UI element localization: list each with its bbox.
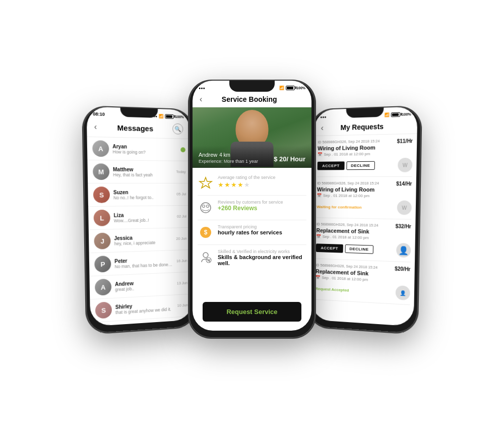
request-id: ID 568986GH326, Sep 24 2018 15:24 [317,222,379,227]
request-date: 📅 Sep . 01 2018 at 12:00 pm [316,234,411,241]
message-content: Liza Wow....Great job..! [114,212,174,223]
list-item[interactable]: S Shirley that is great anyhow we did it… [90,294,193,323]
center-phone: ●●● 📶 100% ‹ Service Booking [189,81,315,338]
skills-label: Skilled & Verified in electricity works [218,249,306,254]
list-item[interactable]: J Jessica hey, nice, i appreciate 20 Jun [89,228,192,254]
list-item[interactable]: S Suzen No no..! he forgot to.. 05 Jul [88,183,191,207]
price-icon: $ [198,224,214,240]
message-meta: Today [176,169,185,175]
request-price: $32/Hr [395,223,411,229]
left-phone: 08:10 ●●● 📶 100% ‹ Messages [83,106,197,334]
message-date: 10 Jun [177,302,188,307]
status-icons-right: 📶 100% [385,111,411,117]
message-meta: 05 Jul [176,192,186,197]
action-row: ACCEPT DECLINE W [318,158,413,172]
message-date: Today [176,169,185,174]
user-avatar-placeholder: 👤 [396,285,410,300]
message-content: Jessica hey, nice, i appreciate [114,234,172,246]
messages-header: ‹ Messages 🔍 [87,119,190,139]
request-id: ID 568986GH326, Sep 24 2018 15:24 [317,181,379,185]
notch-right [346,108,384,118]
status-row: Waiting for confirmation W [317,200,412,215]
notch-left [120,108,158,118]
status-icons-center: 📶 100% [279,86,305,90]
avatar: M [93,163,109,180]
message-preview: Wow....Great job..! [114,217,174,223]
messages-list: A Aryan How is going on? M Matthew Hey, … [87,137,193,327]
message-date: 20 Jun [176,236,187,240]
request-price: $11/Hr [397,138,413,144]
table-row: ID 568986GH326, Sep 24 2018 15:24 Wiring… [317,177,412,220]
decline-button[interactable]: DECLINE [346,161,374,169]
search-icon[interactable]: 🔍 [172,123,183,135]
accept-button[interactable]: ACCEPT [318,161,345,170]
message-content: Aryan How is going on? [112,143,177,155]
list-item[interactable]: M Matthew Hey, that is fact yeah Today [87,160,191,183]
booking-sections: Average rating of the service ★ ★ ★ ★ ★ [193,168,311,296]
avatar: L [94,210,110,226]
message-preview: Hey, that is fact yeah [113,172,173,177]
message-content: Shirley that is great anyhow we did it. [115,301,174,315]
pricing-value: hourly rates for services [218,229,282,235]
battery-right [391,112,401,117]
avatar: S [95,301,112,319]
sender-name: Suzen [113,189,173,195]
list-item[interactable]: A Aryan How is going on? [87,137,191,161]
request-service-button[interactable]: Request Service [203,302,301,322]
skills-value: Skills & background are verified well. [218,254,306,266]
request-header-row: ID 568986GH326, Sep 24 2018 15:24 Wiring… [318,138,413,151]
message-meta [180,146,185,153]
message-content: Suzen No no..! he forgot to.. [113,189,173,200]
battery-center [286,86,295,90]
requests-title: My Requests [324,122,402,132]
table-row: ID 568986GH326, Sep 24 2018 15:24 Replac… [315,259,410,305]
request-header-row: ID 568986GH326, Sep 24 2018 15:24 Wiring… [317,181,412,193]
request-id-name: ID 568986GH326, Sep 24 2018 15:24 Replac… [316,263,377,277]
svg-point-1 [201,203,211,213]
avatar: A [95,279,111,296]
message-content: Matthew Hey, that is fact yeah [113,166,173,177]
message-meta: 20 Jun [176,236,187,241]
notch-center [229,81,275,92]
user-avatar-placeholder: 👤 [396,243,411,258]
accepted-row: Request Accepted 👤 [315,282,410,301]
request-price: $14/Hr [396,181,412,187]
reviews-section: Reviews by cutomers for service +260 Rev… [198,196,306,220]
table-row: ID 568986GH326, Sep 24 2018 15:24 Wiring… [317,134,413,177]
provider-name: Andrew 4 km [199,150,230,158]
skills-section: Skilled & Verified in electricity works … [198,245,306,270]
accepted-status: Request Accepted [316,286,349,292]
requests-header: ‹ My Requests [314,119,417,136]
time-left: 08:10 [93,111,105,117]
request-id-name: ID 568986GH326, Sep 24 2018 15:24 Wiring… [317,181,379,193]
list-item[interactable]: L Liza Wow....Great job..! 02 Jul [88,206,192,230]
battery-pct-right: 100% [402,112,411,116]
unread-dot [180,147,185,152]
star-icon [198,175,214,191]
provider-hero-image: Andrew 4 km Experience: More than 1 year… [193,107,311,168]
verified-icon [198,249,214,265]
svg-point-3 [207,205,209,208]
decline-button[interactable]: DECLINE [345,244,373,254]
message-meta: 13 Jun [177,280,188,286]
user-avatar: W [397,201,412,215]
booking-title: Service Booking [202,95,296,103]
request-date: 📅 Sep . 01 2018 at 12:00 pm [317,193,412,198]
rating-label: Average rating of the service [218,175,275,180]
message-date: 13 Jun [177,280,188,285]
svg-point-2 [203,205,205,208]
rating-section: Average rating of the service ★ ★ ★ ★ ★ [198,171,306,196]
svg-text:$: $ [204,229,208,236]
battery-pct-left: 100% [175,115,184,118]
message-content: Peter No man, that has to be done by tod… [114,256,173,269]
message-meta: 10 Jun [177,302,188,308]
pricing-section: $ Transparent pricing hourly rates for s… [198,220,306,245]
message-preview: How is going on? [112,149,177,155]
pricing-label: Transparent pricing [218,224,282,229]
user-avatar: W [398,158,412,172]
svg-point-6 [203,253,208,258]
sender-name: Matthew [113,166,173,172]
accept-button[interactable]: ACCEPT [316,243,343,253]
battery-pct-center: 100% [296,86,305,90]
svg-marker-0 [200,177,212,188]
